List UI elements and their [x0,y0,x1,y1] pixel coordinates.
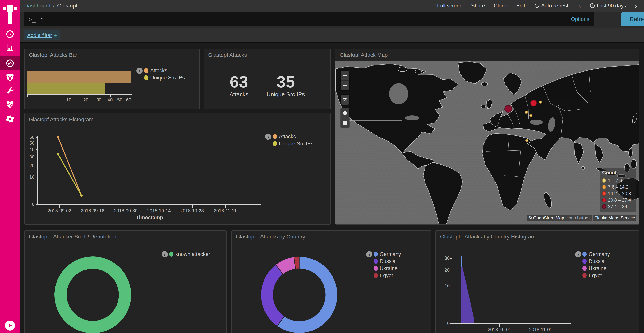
legend-item-russia[interactable]: Russia [582,258,604,264]
legend-color-dot [582,252,587,257]
legend-item-germany[interactable]: Germany [374,251,401,257]
map-attack-point[interactable] [539,101,542,104]
sidebar-item-discover[interactable] [0,27,20,41]
legend-color-dot [273,134,277,139]
map-attack-point[interactable] [530,100,537,106]
legend-item-ukraine[interactable]: Ukraine [582,265,606,272]
legend-item-label: Ukraine [588,265,606,271]
openstreetmap-link[interactable]: © OpenStreetMap [528,215,566,221]
x-tick-label: 30 [96,97,102,103]
map-attack-point[interactable] [504,105,512,113]
map-zoom-controls: + − [340,71,350,90]
y-tick-label: 0 [24,202,34,207]
map-legend-dot [602,198,606,202]
search-input[interactable]: >_ * Options [24,13,594,26]
compass-icon [6,30,14,39]
legend-item-egypt[interactable]: Egypt [374,272,393,279]
legend-item-label: Germany [380,251,401,257]
legend-item-attacks[interactable]: Attacks [273,133,296,140]
y-tick-label: 40 [24,147,34,152]
auto-refresh-button[interactable]: Auto-refresh [534,3,570,9]
x-axis-tick [110,94,110,97]
legend-item-egypt[interactable]: Egypt [582,272,602,279]
clone-button[interactable]: Clone [494,3,508,9]
sidebar-item-management[interactable] [0,112,20,126]
heart-pulse-icon [6,100,14,109]
y-tick-label: 0 [440,321,450,326]
bar-attacks[interactable] [28,71,131,83]
refresh-cycle-icon [534,3,539,9]
elastic-maps-link[interactable]: Elastic Maps Service [593,215,636,221]
y-tick-label: 60 [24,135,34,140]
x-axis-line [452,323,571,324]
legend-color-dot [144,68,148,73]
refresh-button[interactable]: Refresh [621,12,644,26]
gear-icon [6,115,14,123]
legend-item-label: Egypt [380,272,393,278]
legend-color-dot [582,266,587,271]
map-attack-point[interactable] [525,111,528,114]
query-bar-row: >_ * Options Refresh [20,12,644,28]
time-range-picker[interactable]: Last 90 days [590,3,626,9]
legend-item-label: Attacks [150,68,167,74]
sidebar [0,0,20,333]
map-legend-range: 1 – 7.6 [608,178,622,183]
sidebar-item-dev-tools[interactable] [0,84,20,98]
sidebar-item-dashboard[interactable] [0,56,20,70]
legend-toggle-icon[interactable]: › [162,251,168,257]
legend-item-label: Egypt [588,272,602,278]
y-tick-label: 50 [24,140,34,146]
legend-color-dot [582,259,587,264]
add-filter-button[interactable]: Add a filter + [24,31,60,40]
x-tick-label: 60 [126,97,131,103]
draw-polygon-button[interactable] [340,108,350,118]
full-screen-button[interactable]: Full screen [437,3,462,9]
legend-item-unique-src-ips[interactable]: Unique Src IPs [144,74,185,81]
sidebar-item-monitoring[interactable] [0,98,20,112]
legend-item-known-attacker[interactable]: known attacker [169,251,210,257]
draw-rectangle-button[interactable] [340,118,350,128]
legend-toggle-icon[interactable]: › [136,68,142,74]
legend-item-russia[interactable]: Russia [374,258,396,264]
legend-toggle-icon[interactable]: › [366,251,372,257]
x-tick-label: 2018-11-01 [529,327,552,332]
donut-known-attacker[interactable] [54,256,131,333]
plus-icon: + [54,32,57,39]
map-legend-dot [602,191,606,196]
bar-unique-src-ips[interactable] [28,83,105,94]
zoom-out-button[interactable]: − [340,81,350,90]
share-button[interactable]: Share [471,3,485,9]
zoom-in-button[interactable]: + [340,71,350,81]
map-attack-point[interactable] [525,139,528,142]
legend-item-label: Russia [588,258,604,264]
x-axis-line [28,94,132,95]
x-axis-end-tick [571,324,571,327]
expand-sidebar-button[interactable] [5,320,15,330]
legend-color-dot [374,252,378,257]
breadcrumb-dashboard-link[interactable]: Dashboard [24,3,50,9]
options-link[interactable]: Options [571,13,590,26]
edit-button[interactable]: Edit [516,3,525,9]
x-tick-label: 20 [84,97,88,103]
map-attack-point[interactable] [530,114,532,117]
donut-slice-russia[interactable] [261,264,284,326]
legend-item-attacks[interactable]: Attacks [144,67,167,74]
legend-toggle-icon[interactable]: › [265,134,271,140]
legend-item-unique-src-ips[interactable]: Unique Src IPs [273,140,314,147]
legend-item-germany[interactable]: Germany [582,251,610,257]
legend-toggle-icon[interactable]: › [575,251,581,257]
legend-item-ukraine[interactable]: Ukraine [374,265,398,272]
time-back-chevron[interactable]: ‹ [578,3,580,9]
sidebar-item-timelion[interactable] [0,70,20,84]
world-map-canvas [336,61,639,224]
world-map[interactable]: + − Count 1 – 7.67.6 – 14.214.2 – 20.820… [336,61,639,224]
sidebar-item-visualize[interactable] [0,41,20,55]
fit-bounds-icon[interactable] [340,95,350,105]
donut-attacks-by-country[interactable] [232,231,431,333]
map-legend-range: 27.4 – 34 [608,204,627,209]
x-axis-tick [120,94,120,97]
telekom-logo[interactable] [3,3,17,25]
time-forward-chevron[interactable]: › [635,3,637,9]
x-tick-label: 40 [108,97,113,103]
filter-bar: Add a filter + [20,28,644,43]
